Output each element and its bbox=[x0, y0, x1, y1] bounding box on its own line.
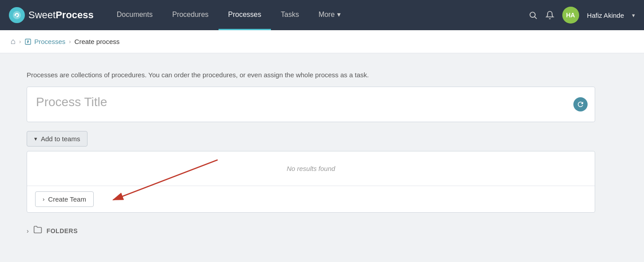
logo-text: SweetProcess bbox=[28, 9, 94, 21]
username[interactable]: Hafiz Akinde bbox=[587, 12, 624, 19]
breadcrumb: ⌂ › Processes › Create process bbox=[0, 30, 644, 53]
no-results-text: No results found bbox=[27, 151, 595, 186]
folders-section[interactable]: › FOLDERS bbox=[27, 222, 595, 240]
search-button[interactable] bbox=[529, 11, 537, 20]
nav-item-tasks[interactable]: Tasks bbox=[271, 0, 309, 30]
teams-panel: No results found › Create Team bbox=[27, 151, 595, 213]
chevron-right-icon: › bbox=[43, 196, 44, 202]
breadcrumb-current: Create process bbox=[75, 38, 120, 45]
nav-item-more[interactable]: More ▾ bbox=[309, 0, 350, 30]
notifications-button[interactable] bbox=[545, 11, 554, 20]
breadcrumb-home[interactable]: ⌂ bbox=[11, 37, 16, 46]
teams-content-area: No results found › Create Team bbox=[27, 151, 595, 213]
svg-point-0 bbox=[13, 11, 21, 19]
breadcrumb-sep-2: › bbox=[69, 38, 71, 45]
chevron-right-icon: › bbox=[27, 227, 29, 234]
process-title-placeholder: Process Title bbox=[36, 95, 107, 109]
svg-line-3 bbox=[534, 17, 537, 19]
folders-label: FOLDERS bbox=[47, 227, 78, 234]
nav-right: HA Hafiz Akinde ▾ bbox=[529, 7, 635, 24]
logo[interactable]: SweetProcess bbox=[9, 7, 94, 23]
svg-point-2 bbox=[530, 12, 535, 17]
process-title-refresh-icon[interactable] bbox=[573, 97, 588, 111]
create-team-button[interactable]: › Create Team bbox=[35, 191, 94, 207]
nav-item-documents[interactable]: Documents bbox=[107, 0, 163, 30]
logo-icon bbox=[9, 7, 25, 23]
process-title-area: Process Title bbox=[27, 87, 595, 122]
nav-item-procedures[interactable]: Procedures bbox=[163, 0, 219, 30]
processes-icon bbox=[24, 38, 32, 45]
svg-point-1 bbox=[15, 14, 16, 16]
breadcrumb-sep-1: › bbox=[19, 38, 21, 45]
avatar[interactable]: HA bbox=[562, 7, 579, 24]
chevron-down-icon: ▾ bbox=[337, 10, 341, 19]
nav-menu: Documents Procedures Processes Tasks Mor… bbox=[107, 0, 350, 30]
nav-item-processes[interactable]: Processes bbox=[219, 0, 271, 30]
description-text: Processes are collections of procedures.… bbox=[27, 71, 595, 79]
user-dropdown-caret[interactable]: ▾ bbox=[632, 12, 635, 19]
chevron-down-icon: ▾ bbox=[34, 135, 37, 142]
main-content: Processes are collections of procedures.… bbox=[0, 53, 622, 258]
breadcrumb-processes-link[interactable]: Processes bbox=[24, 38, 65, 45]
folder-icon bbox=[33, 225, 42, 236]
add-to-teams-button[interactable]: ▾ Add to teams bbox=[27, 131, 87, 147]
teams-footer: › Create Team bbox=[27, 186, 595, 212]
navbar: SweetProcess Documents Procedures Proces… bbox=[0, 0, 644, 30]
